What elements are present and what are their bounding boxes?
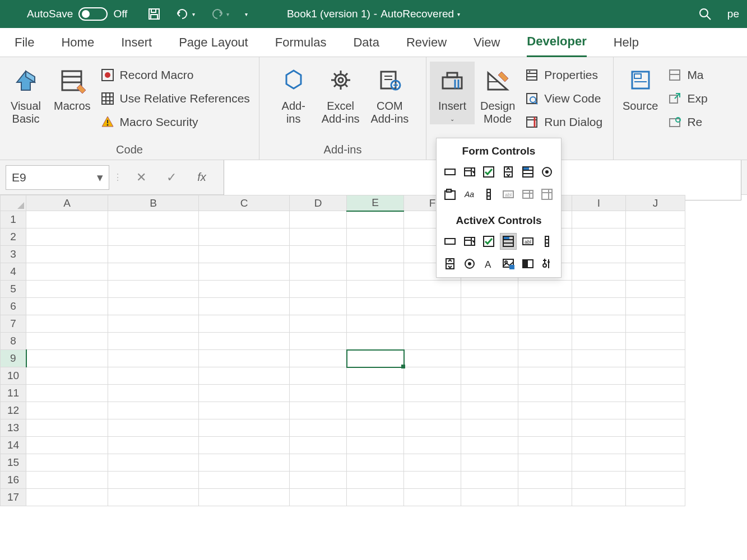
cell-B16[interactable] <box>108 472 199 489</box>
insert-controls-button[interactable]: Insert ⌄ <box>430 62 475 124</box>
cell-C2[interactable] <box>199 228 290 246</box>
group-box-icon[interactable]: XYZ <box>442 186 458 202</box>
cell-B4[interactable] <box>108 263 199 281</box>
cell-A5[interactable] <box>26 281 108 298</box>
cell-F11[interactable] <box>404 385 461 402</box>
cell-J3[interactable] <box>626 246 685 263</box>
cell-F5[interactable] <box>404 281 461 298</box>
cell-E10[interactable] <box>347 367 404 385</box>
view-code-button[interactable]: View Code <box>521 88 606 109</box>
cell-D5[interactable] <box>290 281 347 298</box>
cell-G10[interactable] <box>461 367 518 385</box>
cell-A10[interactable] <box>26 367 108 385</box>
cell-E15[interactable] <box>347 454 404 472</box>
cell-D4[interactable] <box>290 263 347 281</box>
cell-D1[interactable] <box>290 211 347 228</box>
cell-I12[interactable] <box>572 402 626 419</box>
cell-D6[interactable] <box>290 298 347 315</box>
cell-A6[interactable] <box>26 298 108 315</box>
cell-E3[interactable] <box>347 246 404 263</box>
cell-I10[interactable] <box>572 367 626 385</box>
command-button-icon[interactable] <box>442 234 458 249</box>
cell-I6[interactable] <box>572 298 626 315</box>
row-header-13[interactable]: 13 <box>1 419 26 437</box>
cell-G9[interactable] <box>461 350 518 367</box>
tab-view[interactable]: View <box>474 29 500 57</box>
cell-B12[interactable] <box>108 402 199 419</box>
cell-A9[interactable] <box>26 350 108 367</box>
cell-F15[interactable] <box>404 454 461 472</box>
cell-H8[interactable] <box>518 333 572 350</box>
cell-A8[interactable] <box>26 333 108 350</box>
visual-basic-button[interactable]: Visual Basic <box>3 62 48 128</box>
cell-I8[interactable] <box>572 333 626 350</box>
cell-C11[interactable] <box>199 385 290 402</box>
cell-F9[interactable] <box>404 350 461 367</box>
cell-D3[interactable] <box>290 246 347 263</box>
cell-D12[interactable] <box>290 402 347 419</box>
list-box-icon[interactable] <box>500 234 516 249</box>
spin-icon[interactable] <box>500 164 516 180</box>
cell-E9[interactable] <box>347 350 404 367</box>
cell-H17[interactable] <box>518 489 572 506</box>
label-a-icon[interactable]: A <box>481 256 497 272</box>
macro-security-button[interactable]: Macro Security <box>96 112 253 132</box>
cell-H7[interactable] <box>518 315 572 333</box>
cell-J9[interactable] <box>626 350 685 367</box>
cell-C14[interactable] <box>199 437 290 454</box>
com-addins-button[interactable]: COM Add-ins <box>365 62 415 128</box>
cell-C15[interactable] <box>199 454 290 472</box>
row-header-6[interactable]: 6 <box>1 298 26 315</box>
cell-J13[interactable] <box>626 419 685 437</box>
run-dialog-button[interactable]: Run Dialog <box>521 112 606 132</box>
record-macro-button[interactable]: Record Macro <box>96 65 253 85</box>
column-header-A[interactable]: A <box>26 195 108 211</box>
cell-I4[interactable] <box>572 263 626 281</box>
cell-B6[interactable] <box>108 298 199 315</box>
cell-A2[interactable] <box>26 228 108 246</box>
chevron-down-icon[interactable]: ▾ <box>97 171 103 184</box>
cell-C12[interactable] <box>199 402 290 419</box>
cell-D14[interactable] <box>290 437 347 454</box>
cell-B14[interactable] <box>108 437 199 454</box>
refresh-data-button[interactable]: Re <box>664 112 711 132</box>
row-header-1[interactable]: 1 <box>1 211 26 228</box>
properties-button[interactable]: Properties <box>521 65 606 85</box>
cell-A16[interactable] <box>26 472 108 489</box>
tab-developer[interactable]: Developer <box>527 27 586 58</box>
chevron-down-icon[interactable]: ▾ <box>457 11 460 17</box>
map-properties-button[interactable]: Ma <box>664 65 711 85</box>
cell-B8[interactable] <box>108 333 199 350</box>
cell-F13[interactable] <box>404 419 461 437</box>
cell-F10[interactable] <box>404 367 461 385</box>
cell-J17[interactable] <box>626 489 685 506</box>
cell-D10[interactable] <box>290 367 347 385</box>
toggle-icon[interactable] <box>520 256 536 272</box>
cell-I1[interactable] <box>572 211 626 228</box>
cell-D15[interactable] <box>290 454 347 472</box>
image-icon[interactable] <box>500 256 516 272</box>
cell-E13[interactable] <box>347 419 404 437</box>
cell-A14[interactable] <box>26 437 108 454</box>
cell-E14[interactable] <box>347 437 404 454</box>
cell-C8[interactable] <box>199 333 290 350</box>
cell-A4[interactable] <box>26 263 108 281</box>
cell-G16[interactable] <box>461 472 518 489</box>
cell-E16[interactable] <box>347 472 404 489</box>
tab-insert[interactable]: Insert <box>121 29 152 57</box>
row-header-2[interactable]: 2 <box>1 228 26 246</box>
tab-review[interactable]: Review <box>406 29 447 57</box>
cell-A3[interactable] <box>26 246 108 263</box>
cell-C17[interactable] <box>199 489 290 506</box>
tab-file[interactable]: File <box>15 29 34 57</box>
cell-E6[interactable] <box>347 298 404 315</box>
button-icon[interactable] <box>442 164 458 180</box>
combo-box-icon[interactable] <box>462 234 477 249</box>
cell-J6[interactable] <box>626 298 685 315</box>
cell-F14[interactable] <box>404 437 461 454</box>
cell-J4[interactable] <box>626 263 685 281</box>
cell-E17[interactable] <box>347 489 404 506</box>
cell-F8[interactable] <box>404 333 461 350</box>
cell-I17[interactable] <box>572 489 626 506</box>
cell-I5[interactable] <box>572 281 626 298</box>
